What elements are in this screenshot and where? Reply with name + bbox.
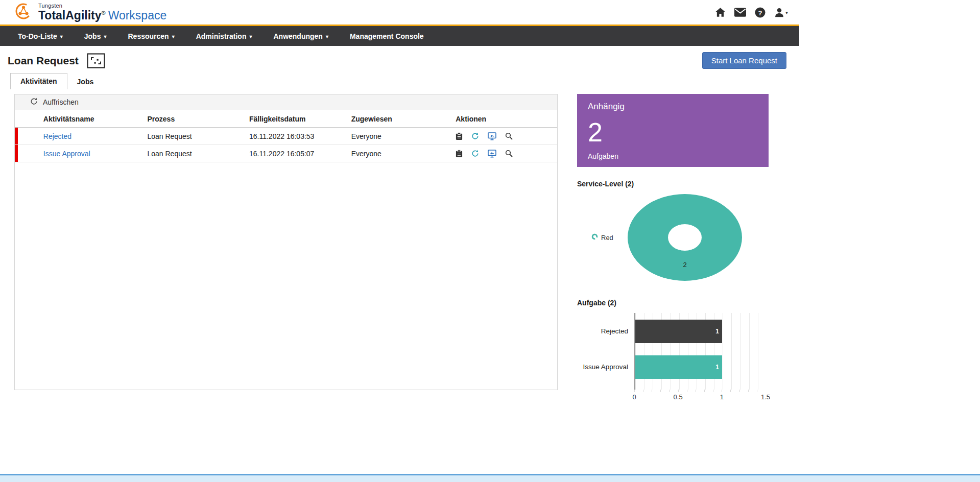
aufgabe-chart-title: Aufgabe (2) xyxy=(577,299,769,307)
tab-bar: Aktivitäten Jobs xyxy=(0,73,799,89)
tab-jobs[interactable]: Jobs xyxy=(67,74,104,89)
page-title-row: Loan Request Start Loan Request xyxy=(0,46,799,73)
x-axis-ticks: 0 0.5 1 1.5 xyxy=(634,393,766,403)
nav-item-jobs[interactable]: Jobs ▾ xyxy=(84,32,107,40)
donut-value-label: 2 xyxy=(683,261,686,269)
chevron-down-icon: ▾ xyxy=(249,34,252,39)
column-header-indicator xyxy=(15,111,43,128)
main-nav: To-Do-Liste ▾ Jobs ▾ Ressourcen ▾ Admini… xyxy=(0,26,799,46)
column-header-faelligkeitsdatum: Fälligkeitsdatum xyxy=(249,111,351,128)
start-loan-request-button[interactable]: Start Loan Request xyxy=(702,52,786,69)
footer-bar xyxy=(0,474,980,482)
nav-item-label: To-Do-Liste xyxy=(18,32,57,40)
view-details-icon[interactable] xyxy=(505,150,513,157)
bar-category-label: Rejected xyxy=(577,313,634,349)
service-level-legend[interactable]: Red xyxy=(591,233,613,242)
nav-item-label: Administration xyxy=(196,32,247,40)
bar-category-label: Issue Approval xyxy=(577,349,634,384)
chevron-down-icon: ▾ xyxy=(785,10,788,15)
nav-item-label: Ressourcen xyxy=(128,32,169,40)
nav-item-todo-liste[interactable]: To-Do-Liste ▾ xyxy=(18,32,63,40)
reassign-refresh-icon[interactable] xyxy=(471,150,479,157)
aufgabe-chart: Aufgabe (2) Rejected Issue Approval 1 1 xyxy=(577,299,769,403)
activity-link[interactable]: Issue Approval xyxy=(43,150,90,158)
chevron-down-icon: ▾ xyxy=(326,34,328,39)
nav-item-anwendungen[interactable]: Anwendungen ▾ xyxy=(273,32,328,40)
column-header-zugewiesen: Zugewiesen xyxy=(351,111,456,128)
nav-item-label: Jobs xyxy=(84,32,101,40)
mail-icon[interactable] xyxy=(734,8,746,17)
bar-value-label: 1 xyxy=(715,364,719,371)
chevron-down-icon: ▾ xyxy=(172,34,175,39)
column-header-aktionen: Aktionen xyxy=(456,111,557,128)
assigned-cell: Everyone xyxy=(351,128,456,145)
row-actions xyxy=(456,132,555,140)
reassign-refresh-icon[interactable] xyxy=(471,132,479,140)
open-form-icon[interactable] xyxy=(488,150,496,158)
brand-suffix: Workspace xyxy=(108,9,167,22)
view-details-icon[interactable] xyxy=(505,132,513,140)
due-date-cell: 16.11.2022 16:05:07 xyxy=(249,145,351,162)
nav-item-label: Anwendungen xyxy=(273,32,322,40)
service-level-chart: Red 2 xyxy=(577,189,769,286)
take-activity-icon[interactable] xyxy=(456,132,463,140)
service-level-chart-title: Service-Level (2) xyxy=(577,180,769,188)
priority-indicator xyxy=(15,128,18,144)
legend-label: Red xyxy=(601,234,613,242)
expand-icon[interactable] xyxy=(87,53,105,68)
nav-item-administration[interactable]: Administration ▾ xyxy=(196,32,252,40)
pending-tasks-card[interactable]: Anhängig 2 Aufgaben xyxy=(577,94,769,167)
help-icon[interactable]: ? xyxy=(755,7,766,18)
pending-card-count: 2 xyxy=(588,119,758,146)
header-icons: ? ▾ xyxy=(715,7,789,18)
priority-indicator xyxy=(15,145,18,162)
legend-marker-icon xyxy=(591,233,598,242)
refresh-button[interactable]: Auffrischen xyxy=(15,94,557,110)
tab-aktivitaeten[interactable]: Aktivitäten xyxy=(10,73,67,89)
take-activity-icon[interactable] xyxy=(456,150,463,158)
refresh-label: Auffrischen xyxy=(43,98,79,106)
nav-item-label: Management Console xyxy=(350,32,424,40)
hbar-fill[interactable]: 1 xyxy=(635,320,722,343)
brand-company: Tungsten xyxy=(38,3,166,9)
home-icon[interactable] xyxy=(715,7,726,17)
table-row: Rejected Loan Request 16.11.2022 16:03:5… xyxy=(15,128,557,145)
content-area: Auffrischen Aktivitätsname Prozess Fälli… xyxy=(0,89,799,403)
user-menu-icon[interactable]: ▾ xyxy=(774,7,788,17)
activity-link[interactable]: Rejected xyxy=(43,132,71,140)
bar-plot-area: 1 1 xyxy=(634,313,766,390)
hbar-fill[interactable]: 1 xyxy=(635,355,722,379)
dashboard-sidebar: Anhängig 2 Aufgaben Service-Level (2) Re… xyxy=(577,94,769,403)
donut-hole xyxy=(668,224,702,251)
svg-text:?: ? xyxy=(758,9,762,16)
brand-logo[interactable]: Tungsten TotalAgility®Workspace xyxy=(13,1,166,23)
nav-item-management-console[interactable]: Management Console xyxy=(350,32,424,40)
process-cell: Loan Request xyxy=(147,145,249,162)
hbar-tick: 0.5 xyxy=(674,393,683,401)
hbar-tick: 1 xyxy=(720,393,724,401)
bar-value-label: 1 xyxy=(715,328,719,335)
row-actions xyxy=(456,150,555,158)
activities-table: Aktivitätsname Prozess Fälligkeitsdatum … xyxy=(15,111,557,162)
table-row: Issue Approval Loan Request 16.11.2022 1… xyxy=(15,145,557,162)
assigned-cell: Everyone xyxy=(351,145,456,162)
open-form-icon[interactable] xyxy=(488,132,496,140)
activities-panel: Auffrischen Aktivitätsname Prozess Fälli… xyxy=(14,94,558,390)
process-cell: Loan Request xyxy=(147,128,249,145)
pending-card-subtitle: Aufgaben xyxy=(588,152,758,160)
due-date-cell: 16.11.2022 16:03:53 xyxy=(249,128,351,145)
brand-product: TotalAgility xyxy=(38,9,102,22)
refresh-icon xyxy=(30,98,38,107)
chevron-down-icon: ▾ xyxy=(104,34,106,39)
page-title: Loan Request xyxy=(8,55,79,67)
nav-item-ressourcen[interactable]: Ressourcen ▾ xyxy=(128,32,174,40)
hbar-tick: 0 xyxy=(632,393,636,401)
table-header-row: Aktivitätsname Prozess Fälligkeitsdatum … xyxy=(15,111,557,128)
pending-card-title: Anhängig xyxy=(588,102,758,112)
chevron-down-icon: ▾ xyxy=(60,34,63,39)
column-header-prozess: Prozess xyxy=(147,111,249,128)
service-level-donut[interactable]: 2 xyxy=(628,194,742,281)
totalagility-logo-icon xyxy=(13,1,34,23)
x-axis-tickmarks xyxy=(634,390,766,392)
hbar-tick: 1.5 xyxy=(761,393,770,401)
